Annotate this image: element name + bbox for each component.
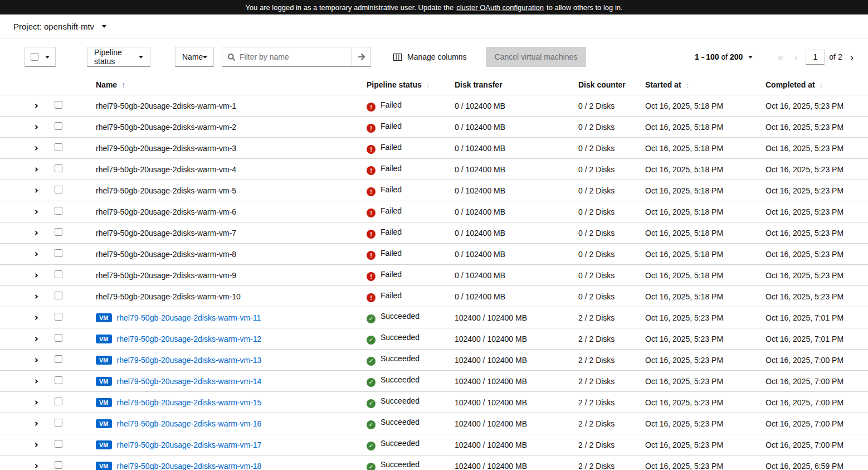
project-selector-label: Project: openshift-mtv [13,22,94,31]
vm-table-row: VMrhel79-50gb-20usage-2disks-warm-vm-17 … [0,434,868,456]
expand-row-button[interactable] [31,439,42,450]
row-checkbox[interactable] [55,461,62,469]
bulk-select-dropdown[interactable] [25,47,56,67]
expand-row-button[interactable] [31,418,42,429]
columns-icon [393,53,402,61]
select-all-checkbox[interactable] [31,53,38,61]
pipeline-status-filter-dropdown[interactable]: Pipeline status [87,47,150,67]
row-checkbox[interactable] [55,270,62,278]
vm-table-row: rhel79-50gb-20usage-2disks-warm-vm-1 !Fa… [0,95,868,117]
expand-row-button[interactable] [31,100,42,112]
disk-counter-value: 0 / 2 Disks [569,244,636,265]
row-checkbox[interactable] [55,398,62,405]
row-checkbox[interactable] [55,440,62,448]
disk-transfer-value: 0 / 102400 MB [446,244,569,265]
pipeline-status-filter-label: Pipeline status [94,48,139,66]
check-circle-icon: ✓ [367,420,376,429]
vm-name: rhel79-50gb-20usage-2disks-warm-vm-7 [96,229,236,238]
column-header-disk-transfer: Disk transfer [446,75,569,95]
row-checkbox[interactable] [55,292,62,299]
vm-name[interactable]: rhel79-50gb-20usage-2disks-warm-vm-18 [117,462,262,470]
expand-row-button[interactable] [31,333,42,345]
row-checkbox[interactable] [55,334,62,342]
current-page-input[interactable] [806,50,825,65]
exclamation-circle-icon: ! [367,124,376,133]
cancel-virtual-machines-button[interactable]: Cancel virtual machines [486,47,587,67]
completed-at-value: Oct 16, 2025, 7:00 PM [757,434,868,456]
filter-by-name-group [222,47,371,67]
expand-row-button[interactable] [31,461,42,470]
vm-name[interactable]: rhel79-50gb-20usage-2disks-warm-vm-16 [117,419,262,428]
expand-row-button[interactable] [31,397,42,408]
row-checkbox[interactable] [55,228,62,236]
disk-counter-value: 0 / 2 Disks [569,265,636,286]
row-checkbox[interactable] [55,376,62,384]
next-page-button[interactable]: › [845,52,859,62]
first-page-button[interactable]: « [772,52,789,62]
search-submit-button[interactable] [352,47,370,66]
expand-row-button[interactable] [31,143,42,154]
vm-table-row: rhel79-50gb-20usage-2disks-warm-vm-5 !Fa… [0,180,868,201]
column-header-pipeline-status-label: Pipeline status [367,80,422,89]
row-checkbox[interactable] [55,249,62,257]
vm-table-row: rhel79-50gb-20usage-2disks-warm-vm-3 !Fa… [0,138,868,159]
angle-right-icon [33,145,40,152]
row-checkbox[interactable] [55,143,62,151]
manage-columns-button[interactable]: Manage columns [393,52,467,61]
expand-row-button[interactable] [31,164,42,175]
name-filter-dropdown[interactable]: Name [175,47,214,67]
row-checkbox[interactable] [55,207,62,215]
expand-row-button[interactable] [31,355,42,366]
row-checkbox[interactable] [55,122,62,130]
expand-row-button[interactable] [31,376,42,387]
vm-name: rhel79-50gb-20usage-2disks-warm-vm-2 [96,123,236,132]
row-checkbox[interactable] [55,164,62,172]
sort-icon[interactable]: ↕ [686,81,690,89]
expand-row-button[interactable] [31,312,42,323]
column-header-started-at[interactable]: Started at↕ [636,75,757,95]
completed-at-value: Oct 16, 2025, 5:23 PM [757,159,868,180]
project-selector[interactable]: Project: openshift-mtv [13,22,106,31]
vm-name[interactable]: rhel79-50gb-20usage-2disks-warm-vm-17 [117,440,262,449]
row-checkbox[interactable] [55,355,62,363]
column-header-completed-at[interactable]: Completed at↕ [757,75,868,95]
expand-row-button[interactable] [31,185,42,196]
column-header-pipeline-status[interactable]: Pipeline status↕ [358,75,446,95]
expand-row-button[interactable] [31,122,42,133]
disk-transfer-value: 0 / 102400 MB [446,286,569,307]
column-header-name[interactable]: Name↑ [87,75,358,95]
row-checkbox[interactable] [55,101,62,109]
column-header-disk-counter-label: Disk counter [578,80,626,89]
cluster-oauth-configuration-link[interactable]: cluster OAuth configuration [456,3,544,12]
angle-right-icon [33,166,40,173]
vm-name[interactable]: rhel79-50gb-20usage-2disks-warm-vm-12 [117,335,262,343]
row-checkbox[interactable] [55,313,62,321]
row-checkbox[interactable] [55,186,62,193]
disk-transfer-value: 0 / 102400 MB [446,180,569,201]
vm-table-row: VMrhel79-50gb-20usage-2disks-warm-vm-11 … [0,307,868,328]
row-checkbox[interactable] [55,419,62,427]
expand-row-button[interactable] [31,206,42,217]
vm-table-row: rhel79-50gb-20usage-2disks-warm-vm-4 !Fa… [0,159,868,180]
sort-icon[interactable]: ↕ [820,81,823,89]
sort-ascending-icon[interactable]: ↑ [121,80,125,89]
pagination-menu-toggle[interactable]: 1 - 100 of 200 [690,52,757,61]
previous-page-button[interactable]: ‹ [789,52,803,62]
vm-name[interactable]: rhel79-50gb-20usage-2disks-warm-vm-15 [117,398,262,407]
started-at-value: Oct 16, 2025, 5:18 PM [636,244,757,265]
expand-row-button[interactable] [31,249,42,260]
sort-icon[interactable]: ↕ [426,81,430,89]
table-header-row: Name↑ Pipeline status↕ Disk transfer Dis… [0,75,868,95]
expand-row-button[interactable] [31,291,42,302]
started-at-value: Oct 16, 2025, 5:18 PM [636,159,757,180]
expand-row-button[interactable] [31,270,42,281]
vm-name[interactable]: rhel79-50gb-20usage-2disks-warm-vm-11 [117,313,261,322]
expand-row-button[interactable] [31,227,42,239]
disk-transfer-value: 102400 / 102400 MB [446,434,569,456]
disk-counter-value: 0 / 2 Disks [569,117,636,138]
vm-name[interactable]: rhel79-50gb-20usage-2disks-warm-vm-14 [117,377,262,386]
started-at-value: Oct 16, 2025, 5:23 PM [636,328,757,350]
vm-name[interactable]: rhel79-50gb-20usage-2disks-warm-vm-13 [117,356,262,365]
filter-by-name-input[interactable] [238,52,352,62]
exclamation-circle-icon: ! [367,251,376,260]
